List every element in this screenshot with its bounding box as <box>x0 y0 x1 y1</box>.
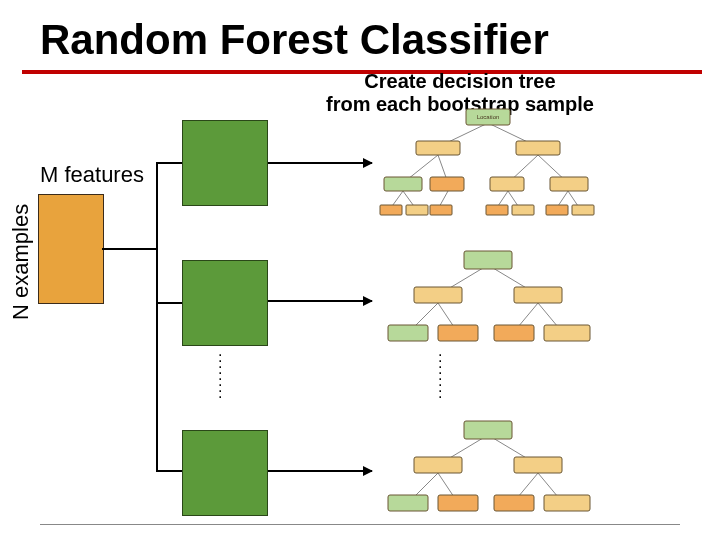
connector-trunk <box>102 248 158 250</box>
svg-rect-38 <box>494 325 534 341</box>
svg-rect-52 <box>544 495 590 511</box>
svg-rect-21 <box>406 205 428 215</box>
arrow-sample1-to-tree1 <box>268 162 372 164</box>
connector-branch-3 <box>156 470 182 472</box>
ellipsis-trees: ········ <box>438 352 450 412</box>
bootstrap-sample-2 <box>182 260 268 346</box>
training-data-block <box>38 194 104 304</box>
arrow-sample2-to-tree2 <box>268 300 372 302</box>
page-title: Random Forest Classifier <box>40 16 549 64</box>
arrow-sample3-to-tree3 <box>268 470 372 472</box>
svg-rect-23 <box>486 205 508 215</box>
decision-tree-2 <box>378 245 598 360</box>
svg-rect-18 <box>490 177 524 191</box>
svg-rect-17 <box>430 177 464 191</box>
svg-rect-46 <box>464 421 512 439</box>
svg-rect-34 <box>414 287 462 303</box>
svg-rect-20 <box>380 205 402 215</box>
svg-rect-26 <box>572 205 594 215</box>
label-m-features: M features <box>40 162 144 188</box>
decision-tree-1: Location <box>378 105 598 220</box>
subtitle-line1: Create decision tree <box>364 70 555 92</box>
svg-rect-15 <box>516 141 560 155</box>
svg-rect-36 <box>388 325 428 341</box>
connector-branch-2 <box>156 302 182 304</box>
svg-rect-51 <box>494 495 534 511</box>
decision-tree-3 <box>378 415 598 530</box>
svg-rect-24 <box>512 205 534 215</box>
svg-rect-19 <box>550 177 588 191</box>
svg-rect-47 <box>414 457 462 473</box>
ellipsis-samples: ········ <box>218 352 230 412</box>
bootstrap-sample-1 <box>182 120 268 206</box>
svg-rect-22 <box>430 205 452 215</box>
svg-rect-25 <box>546 205 568 215</box>
tree1-root-label: Location <box>477 114 500 120</box>
svg-rect-16 <box>384 177 422 191</box>
connector-branch-1 <box>156 162 182 164</box>
svg-rect-48 <box>514 457 562 473</box>
svg-rect-35 <box>514 287 562 303</box>
footer-rule <box>40 524 680 525</box>
svg-rect-39 <box>544 325 590 341</box>
slide: Random Forest Classifier Create decision… <box>0 0 720 540</box>
svg-rect-14 <box>416 141 460 155</box>
connector-vertical <box>156 162 158 472</box>
svg-rect-33 <box>464 251 512 269</box>
svg-rect-50 <box>438 495 478 511</box>
bootstrap-sample-3 <box>182 430 268 516</box>
svg-rect-37 <box>438 325 478 341</box>
svg-rect-49 <box>388 495 428 511</box>
label-n-examples: N examples <box>8 204 34 320</box>
